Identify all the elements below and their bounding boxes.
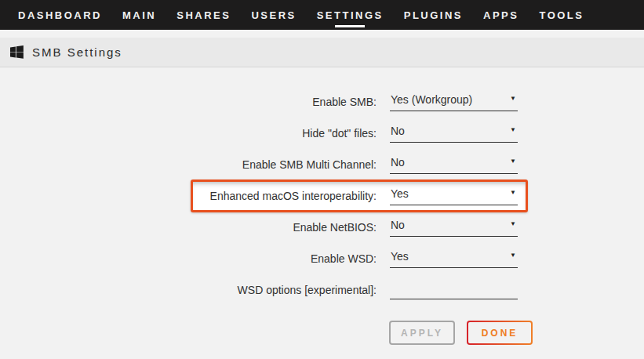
nav-item-plugins[interactable]: PLUGINS <box>394 0 473 30</box>
nav-item-users[interactable]: USERS <box>241 0 306 30</box>
section-header: SMB Settings <box>0 38 644 67</box>
form-row-smb-multi-channel: Enable SMB Multi Channel: No ▼ <box>0 149 644 180</box>
enhanced-macos-value: Yes <box>391 187 409 200</box>
hide-dot-files-value: No <box>391 125 405 137</box>
hide-dot-files-label: Hide "dot" files: <box>0 127 377 140</box>
form-row-enable-smb: Enable SMB: Yes (Workgroup) ▼ <box>0 86 644 118</box>
form-row-wsd: Enable WSD: Yes ▼ <box>0 243 644 274</box>
smb-settings-form: Enable SMB: Yes (Workgroup) ▼ Hide "dot"… <box>0 67 644 345</box>
chevron-down-icon: ▼ <box>510 220 516 227</box>
nav-item-dashboard[interactable]: DASHBOARD <box>8 0 112 30</box>
smb-multi-channel-select[interactable]: No ▼ <box>390 155 518 174</box>
wsd-value: Yes <box>391 250 409 263</box>
chevron-down-icon: ▼ <box>510 95 516 102</box>
netbios-label: Enable NetBIOS: <box>0 221 377 234</box>
windows-icon <box>10 45 24 59</box>
nav-item-shares[interactable]: SHARES <box>166 0 241 30</box>
enable-smb-value: Yes (Workgroup) <box>391 93 472 106</box>
smb-multi-channel-label: Enable SMB Multi Channel: <box>0 158 377 171</box>
nav-item-settings[interactable]: SETTINGS <box>307 0 394 30</box>
form-row-hide-dot-files: Hide "dot" files: No ▼ <box>0 118 644 149</box>
enhanced-macos-interoperability-select[interactable]: Yes ▼ <box>390 187 518 205</box>
apply-button[interactable]: APPLY <box>389 321 455 345</box>
chevron-down-icon: ▼ <box>510 126 516 133</box>
wsd-label: Enable WSD: <box>0 252 377 265</box>
top-nav: DASHBOARD MAIN SHARES USERS SETTINGS PLU… <box>0 0 644 30</box>
smb-multi-channel-value: No <box>391 156 405 169</box>
chevron-down-icon: ▼ <box>510 158 516 165</box>
chevron-down-icon: ▼ <box>510 189 516 196</box>
enable-netbios-select[interactable]: No ▼ <box>390 218 518 237</box>
form-row-netbios: Enable NetBIOS: No ▼ <box>0 212 644 243</box>
form-actions: APPLY DONE <box>389 321 644 345</box>
hide-dot-files-select[interactable]: No ▼ <box>390 124 518 143</box>
form-row-enhanced-macos: Enhanced macOS interoperability: Yes ▼ <box>0 180 644 212</box>
chevron-down-icon: ▼ <box>510 252 516 259</box>
nav-item-tools[interactable]: TOOLS <box>529 0 594 30</box>
enable-wsd-select[interactable]: Yes ▼ <box>390 249 518 268</box>
wsd-options-input[interactable] <box>390 281 518 299</box>
page-title: SMB Settings <box>32 45 122 59</box>
nav-item-apps[interactable]: APPS <box>473 0 529 30</box>
enable-smb-label: Enable SMB: <box>0 96 377 108</box>
enhanced-macos-label: Enhanced macOS interoperability: <box>0 190 377 202</box>
nav-item-main[interactable]: MAIN <box>112 0 166 30</box>
wsd-options-label: WSD options [experimental]: <box>0 284 377 296</box>
form-row-wsd-options: WSD options [experimental]: <box>0 274 644 306</box>
enable-smb-select[interactable]: Yes (Workgroup) ▼ <box>390 92 518 111</box>
netbios-value: No <box>391 219 405 231</box>
done-button[interactable]: DONE <box>467 321 533 345</box>
